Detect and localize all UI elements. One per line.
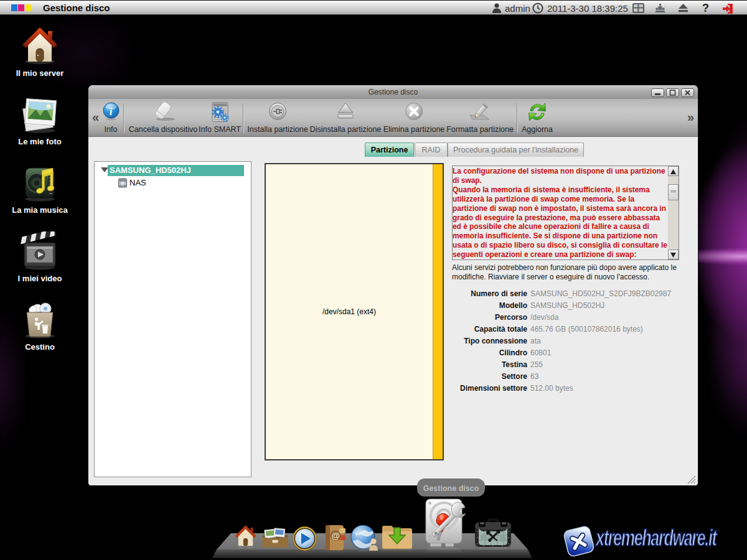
- svg-text:@: @: [331, 531, 340, 541]
- svg-text:i: i: [110, 106, 113, 118]
